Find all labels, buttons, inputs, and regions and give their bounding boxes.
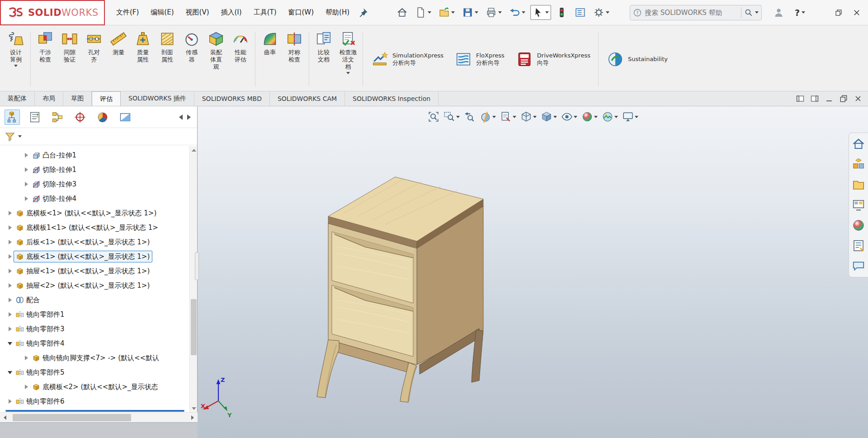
- expand-arrow[interactable]: [6, 283, 14, 288]
- expand-arrow[interactable]: [23, 167, 30, 172]
- model-nightstand[interactable]: [298, 167, 506, 412]
- search-submit[interactable]: [741, 7, 759, 18]
- expand-arrow[interactable]: [6, 254, 14, 259]
- featuremanager-tree-tab[interactable]: [5, 110, 20, 125]
- select-tool-button[interactable]: [530, 5, 551, 20]
- vertical-scroll-thumb[interactable]: [191, 299, 197, 355]
- hide-show-items-button[interactable]: [560, 110, 579, 124]
- ribbon-button-simulationxpress[interactable]: SimulationXpress 分析向导: [365, 28, 449, 90]
- close-document-icon[interactable]: [854, 94, 863, 103]
- dimxpertmanager-tab[interactable]: [72, 110, 88, 125]
- expand-arrow[interactable]: [6, 298, 14, 302]
- displaymanager-tab[interactable]: [95, 110, 110, 125]
- file-explorer-tab[interactable]: [852, 178, 865, 191]
- panel-splitter-grip[interactable]: [195, 252, 199, 280]
- expand-arrow[interactable]: [23, 153, 30, 157]
- expand-arrow[interactable]: [23, 356, 30, 360]
- tree-item[interactable]: 镜向镜向脚支撑<7> -> (默认<<默认: [0, 351, 190, 365]
- command-list-button[interactable]: [572, 5, 588, 20]
- tab-layout[interactable]: 布局: [35, 91, 63, 106]
- horizontal-scroll-thumb[interactable]: [13, 414, 131, 421]
- minimize-document-icon[interactable]: [825, 94, 834, 103]
- view-palette-tab[interactable]: [852, 198, 865, 212]
- cam-feature-tree-tab[interactable]: [118, 110, 133, 125]
- menu-view[interactable]: 视图(V): [180, 0, 215, 25]
- restore-document-icon[interactable]: [839, 94, 848, 103]
- tab-assembly[interactable]: 装配体: [0, 91, 35, 106]
- expand-arrow[interactable]: [6, 327, 14, 331]
- apply-scene-button[interactable]: [600, 110, 619, 124]
- tree-item[interactable]: 镜向零部件1: [0, 307, 190, 322]
- expand-arrow[interactable]: [6, 269, 14, 273]
- previous-view-button[interactable]: [462, 110, 477, 124]
- close-window-button[interactable]: [850, 6, 863, 19]
- chevron-down-icon[interactable]: [18, 135, 22, 138]
- expand-arrow[interactable]: [23, 385, 30, 389]
- tab-evaluate[interactable]: 评估: [92, 91, 121, 106]
- ribbon-button-measure[interactable]: 测量: [106, 28, 131, 90]
- ribbon-button-sustainability[interactable]: Sustainability: [601, 28, 673, 90]
- tree-item-selected[interactable]: 底板<1> (默认<<默认>_显示状态 1>): [0, 249, 190, 264]
- tree-item[interactable]: 镜向零部件3: [0, 322, 190, 336]
- search-box[interactable]: ?: [630, 5, 762, 20]
- zoom-to-fit-button[interactable]: [426, 110, 441, 124]
- section-view-button[interactable]: [478, 110, 497, 124]
- tree-item[interactable]: 抽屉<1> (默认<<默认>_显示状态 1>): [0, 264, 190, 278]
- appearances-scenes-tab[interactable]: [852, 219, 865, 232]
- tree-item[interactable]: 底横板<1> (默认<<默认>_显示状态 1>): [0, 206, 190, 220]
- design-library-tab[interactable]: [852, 157, 865, 171]
- new-document-button[interactable]: [413, 5, 434, 20]
- propertymanager-tab[interactable]: [27, 110, 42, 125]
- pane-right-icon[interactable]: [810, 94, 819, 103]
- ribbon-button-check-active-document[interactable]: 检查激 活文 档: [336, 28, 360, 90]
- solidworks-resources-tab[interactable]: [852, 137, 865, 151]
- edit-appearance-button[interactable]: [580, 110, 599, 124]
- tab-solidworks-addins[interactable]: SOLIDWORKS 插件: [121, 91, 194, 106]
- graphics-viewport[interactable]: Z X Y: [198, 106, 868, 438]
- tree-item[interactable]: 后板<1> (默认<<默认>_显示状态 1>): [0, 235, 190, 249]
- view-orientation-button[interactable]: [519, 110, 538, 124]
- help-button[interactable]: ?: [795, 8, 805, 18]
- expand-arrow[interactable]: [23, 196, 30, 201]
- expand-arrow[interactable]: [6, 211, 14, 215]
- save-button[interactable]: [460, 5, 481, 20]
- custom-properties-tab[interactable]: [852, 239, 865, 252]
- pin-menu-button[interactable]: [357, 7, 369, 19]
- traffic-light-button[interactable]: [554, 5, 570, 20]
- scroll-left-button[interactable]: [0, 413, 10, 423]
- tree-item[interactable]: 底横板<2> (默认<<默认>_显示状态: [0, 380, 190, 394]
- undo-button[interactable]: [507, 5, 528, 20]
- ribbon-button-sensor[interactable]: 传感 器: [179, 28, 204, 90]
- expand-arrow[interactable]: [6, 312, 14, 317]
- menu-help[interactable]: 帮助(H): [320, 0, 355, 25]
- expand-arrow[interactable]: [6, 225, 14, 230]
- scroll-down-button[interactable]: [190, 405, 198, 412]
- tree-item[interactable]: 配合: [0, 293, 190, 307]
- filter-funnel-icon[interactable]: [5, 131, 15, 142]
- ribbon-button-symmetry-check[interactable]: 对称 检查: [282, 28, 307, 90]
- expand-arrow[interactable]: [6, 399, 14, 404]
- tab-solidworks-cam[interactable]: SOLIDWORKS CAM: [270, 91, 345, 106]
- ribbon-button-performance-evaluation[interactable]: 性能 评估: [228, 28, 253, 90]
- options-button[interactable]: [591, 5, 612, 20]
- view-settings-button[interactable]: [621, 110, 640, 124]
- configurationmanager-tab[interactable]: [50, 110, 65, 125]
- tab-solidworks-inspection[interactable]: SOLIDWORKS Inspection: [345, 91, 439, 106]
- solidworks-forum-tab[interactable]: [852, 259, 865, 273]
- pane-left-icon[interactable]: [796, 94, 805, 103]
- ribbon-button-section-properties[interactable]: 剖面 属性: [155, 28, 179, 90]
- menu-edit[interactable]: 编辑(E): [145, 0, 179, 25]
- tree-item[interactable]: 切除-拉伸3: [0, 177, 190, 191]
- search-input[interactable]: [645, 9, 738, 17]
- ribbon-button-design-study[interactable]: 设计 算例: [4, 28, 28, 90]
- tree-horizontal-scrollbar[interactable]: [0, 412, 198, 422]
- ribbon-button-mass-properties[interactable]: 质量 属性: [131, 28, 155, 90]
- expand-arrow[interactable]: [6, 371, 14, 374]
- menu-file[interactable]: 文件(F): [110, 0, 145, 25]
- tree-item[interactable]: 切除-拉伸1: [0, 162, 190, 177]
- ribbon-button-curvature[interactable]: 曲率: [258, 28, 282, 90]
- tree-item[interactable]: 凸台-拉伸1: [0, 148, 190, 162]
- ribbon-button-hole-alignment[interactable]: 孔对 齐: [82, 28, 106, 90]
- tree-item-expanded[interactable]: 镜向零部件4: [0, 336, 190, 351]
- expand-arrow[interactable]: [6, 240, 14, 244]
